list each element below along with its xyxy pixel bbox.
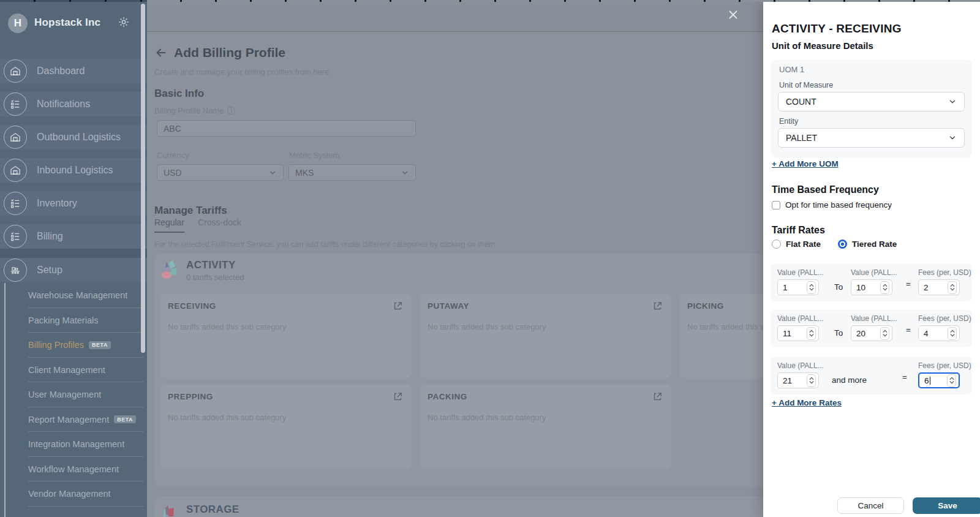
- currency-label: Currency: [157, 151, 189, 160]
- currency-select[interactable]: USD: [157, 164, 284, 181]
- sidebar-subitem-user-management[interactable]: User Management: [0, 382, 147, 407]
- activity-category-icon: [160, 259, 180, 280]
- checklist-icon: [4, 92, 27, 116]
- sidebar-subitem-vendor-management[interactable]: Vendor Management: [0, 481, 147, 507]
- subcategory-card-prepping[interactable]: PREPPING No tariffs added this sub categ…: [160, 385, 412, 469]
- save-button[interactable]: Save: [913, 497, 980, 514]
- external-link-icon[interactable]: [393, 391, 403, 402]
- stepper-icon[interactable]: [948, 281, 957, 294]
- value-from-input[interactable]: 1: [777, 279, 819, 295]
- sidebar-subitem-billing-profiles[interactable]: Billing ProfilesBETA: [0, 333, 147, 358]
- close-icon[interactable]: [726, 8, 740, 21]
- subcategory-card-receiving[interactable]: RECEIVING No tariffs added this sub cate…: [160, 294, 412, 378]
- stepper-icon[interactable]: [947, 374, 956, 387]
- page-title: Add Billing Profile: [174, 45, 285, 60]
- sidebar-subitem-workflow-management[interactable]: Workflow Management: [0, 457, 147, 482]
- activity-subtitle: 0 tariffs selected: [186, 273, 244, 282]
- tiered-rate-label: Tiered Rate: [852, 240, 897, 249]
- sidebar-item-label: Inbound Logistics: [37, 165, 113, 176]
- sidebar-item-label: Outbound Logistics: [37, 132, 121, 143]
- add-more-uom-link[interactable]: + Add More UOM: [772, 159, 839, 168]
- unit-of-measure-label: Unit of Measure: [779, 81, 833, 89]
- sidebar-item-setup[interactable]: Setup: [0, 258, 147, 282]
- metric-system-select[interactable]: MKS: [288, 164, 416, 181]
- sidebar-item-label: Setup: [37, 265, 62, 276]
- flat-rate-radio[interactable]: [772, 240, 781, 249]
- tariff-tabs: Regular Cross-dock: [154, 217, 241, 233]
- gear-icon[interactable]: [118, 16, 130, 28]
- checklist-icon: [4, 192, 27, 215]
- stepper-icon[interactable]: [807, 327, 816, 340]
- fees-input[interactable]: 2: [918, 279, 960, 295]
- top-strip: [0, 0, 147, 2]
- chevron-down-icon: [268, 168, 277, 177]
- value-to-input[interactable]: 10: [851, 279, 892, 295]
- subcategory-card-packing[interactable]: PACKING No tariffs added this sub catego…: [420, 385, 671, 469]
- submenu-indicator-line: [4, 283, 6, 517]
- fees-input[interactable]: 4: [918, 325, 960, 341]
- sidebar-item-label: Notifications: [37, 99, 90, 110]
- value-from-input[interactable]: 11: [777, 325, 819, 341]
- sidebar-subitem-packing-materials[interactable]: Packing Materials: [0, 308, 147, 333]
- sidebar-item-notifications[interactable]: Notifications: [0, 92, 147, 116]
- chevron-down-icon: [401, 168, 409, 177]
- sidebar-subitem-warehouse-management[interactable]: Warehouse Management: [0, 283, 147, 308]
- storage-category-card[interactable]: STORAGE: [154, 496, 766, 517]
- fees-input[interactable]: 6: [918, 372, 960, 388]
- value-from-input[interactable]: 21: [777, 372, 819, 388]
- external-link-icon[interactable]: [652, 391, 663, 402]
- sidebar-item-dashboard[interactable]: Dashboard: [0, 59, 147, 83]
- warehouse-icon: [4, 126, 27, 149]
- stepper-icon[interactable]: [807, 281, 816, 294]
- tab-regular[interactable]: Regular: [154, 217, 184, 233]
- warehouse-icon: [4, 159, 27, 182]
- time-based-checkbox[interactable]: [772, 201, 780, 209]
- entity-select[interactable]: PALLET: [778, 128, 965, 148]
- top-strip: [147, 0, 980, 2]
- storage-title: STORAGE: [186, 504, 239, 516]
- billing-profile-name-label: Billing Profile Namei: [154, 106, 235, 115]
- beta-badge: BETA: [114, 415, 136, 423]
- sidebar-item-inventory[interactable]: Inventory: [0, 191, 147, 216]
- time-based-checkbox-row: Opt for time based frequency: [772, 200, 892, 209]
- sidebar-item-inbound-logistics[interactable]: Inbound Logistics: [0, 158, 147, 183]
- panel-title: ACTIVITY - RECEIVING: [772, 22, 902, 36]
- unit-of-measure-select[interactable]: COUNT: [778, 92, 965, 111]
- back-arrow-icon[interactable]: [154, 46, 168, 59]
- entity-label: Entity: [779, 117, 798, 126]
- sidebar-item-billing[interactable]: Billing: [0, 224, 147, 249]
- stepper-icon[interactable]: [807, 374, 816, 387]
- sidebar-subitem-client-management[interactable]: Client Management: [0, 358, 147, 383]
- sidebar-subitem-report-management[interactable]: Report ManagementBETA: [0, 407, 147, 432]
- activity-category-card[interactable]: ACTIVITY 0 tariffs selected RECEIVING No…: [154, 254, 766, 487]
- external-link-icon[interactable]: [652, 301, 663, 311]
- tariff-rates-heading: Tariff Rates: [772, 225, 825, 236]
- sidebar-item-outbound-logistics[interactable]: Outbound Logistics: [0, 125, 147, 149]
- billing-profile-name-input[interactable]: ABC: [157, 120, 416, 137]
- stepper-icon[interactable]: [948, 327, 957, 340]
- stepper-icon[interactable]: [880, 327, 889, 340]
- sidebar-scrollbar[interactable]: [141, 4, 145, 353]
- basic-info-heading: Basic Info: [154, 88, 204, 100]
- info-icon[interactable]: i: [227, 107, 235, 115]
- subcategory-card-putaway[interactable]: PUTAWAY No tariffs added this sub catego…: [420, 294, 671, 378]
- value-to-input[interactable]: 20: [851, 325, 892, 341]
- sidebar-header: H Hopstack Inc: [0, 0, 147, 43]
- setup-submenu: Warehouse Management Packing Materials B…: [0, 283, 147, 507]
- tariffs-description: For the selected Fulfilment Service, you…: [154, 240, 495, 249]
- cancel-button[interactable]: Cancel: [837, 497, 904, 514]
- tiered-rate-radio[interactable]: [838, 240, 847, 249]
- manage-tariffs-heading: Manage Tariffs: [154, 205, 227, 217]
- rate-type-radio-group: Flat Rate Tiered Rate: [772, 240, 897, 249]
- app-title: Hopstack Inc: [34, 17, 100, 29]
- sidebar-subitem-integration-management[interactable]: Integration Management: [0, 432, 147, 457]
- add-more-rates-link[interactable]: + Add More Rates: [772, 398, 842, 407]
- tab-cross-dock[interactable]: Cross-dock: [198, 217, 241, 233]
- uom-group-label: UOM 1: [779, 65, 804, 74]
- beta-badge: BETA: [89, 341, 111, 349]
- warehouse-icon: [4, 59, 27, 83]
- panel-subtitle: Unit of Measure Details: [772, 40, 873, 51]
- checklist-icon: [4, 225, 27, 248]
- stepper-icon[interactable]: [880, 281, 889, 294]
- external-link-icon[interactable]: [393, 301, 403, 311]
